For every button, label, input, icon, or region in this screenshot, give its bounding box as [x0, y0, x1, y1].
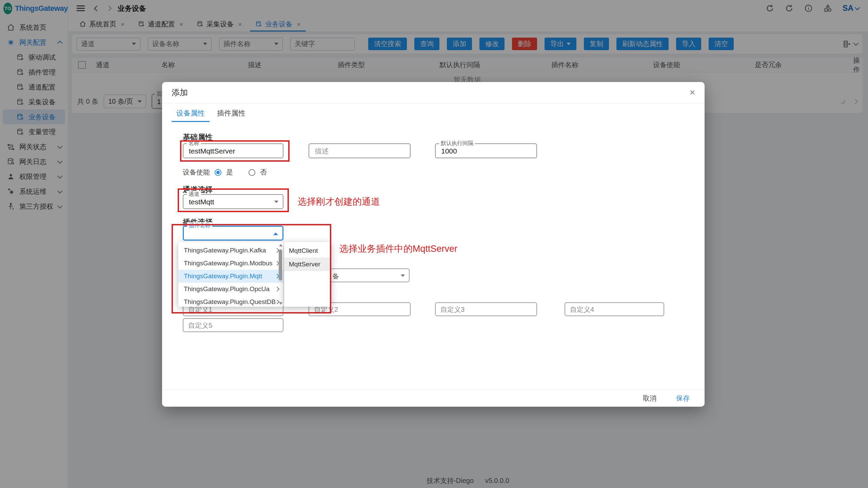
radio-no-label: 否	[260, 168, 267, 177]
custom5-input[interactable]	[188, 321, 278, 330]
custom3-field[interactable]	[435, 302, 537, 316]
annotation-box-channel	[178, 188, 289, 212]
modal-header: 添加	[162, 82, 705, 103]
enable-label: 设备使能	[183, 168, 210, 177]
radio-yes-icon[interactable]	[215, 169, 221, 176]
tab-device-props[interactable]: 设备属性	[170, 104, 211, 122]
custom4-input[interactable]	[569, 305, 659, 314]
interval-input[interactable]	[440, 145, 525, 158]
enable-radio-group: 设备使能 是 否	[183, 168, 267, 177]
annotation-note-plugin: 选择业务插件中的MqttServer	[339, 243, 457, 255]
interval-field[interactable]: 默认执行间隔	[435, 143, 537, 158]
covered-select-text: 备	[332, 272, 339, 281]
custom4-field[interactable]	[565, 302, 664, 316]
custom3-input[interactable]	[440, 305, 532, 314]
annotation-box-plugin	[172, 224, 331, 313]
annotation-box-name	[180, 140, 290, 162]
modal-title: 添加	[172, 87, 188, 98]
radio-yes-label: 是	[226, 168, 233, 177]
cancel-button[interactable]: 取消	[641, 393, 658, 403]
description-input[interactable]	[314, 145, 398, 158]
modal-footer: 取消 保存	[162, 389, 705, 407]
annotation-note-channel: 选择刚才创建的通道	[298, 196, 380, 208]
close-icon[interactable]	[690, 88, 695, 97]
radio-no-icon[interactable]	[249, 169, 255, 176]
tab-plugin-props[interactable]: 插件属性	[211, 104, 252, 122]
custom5-field[interactable]	[183, 318, 283, 332]
save-button[interactable]: 保存	[674, 393, 692, 403]
app-root: TG ThingsGateway 系统首页 网关配置 驱动调试 插件管理	[0, 0, 868, 488]
modal-tabs: 设备属性 插件属性	[170, 104, 252, 122]
caret-down-icon	[401, 274, 405, 277]
description-field[interactable]	[309, 143, 411, 158]
